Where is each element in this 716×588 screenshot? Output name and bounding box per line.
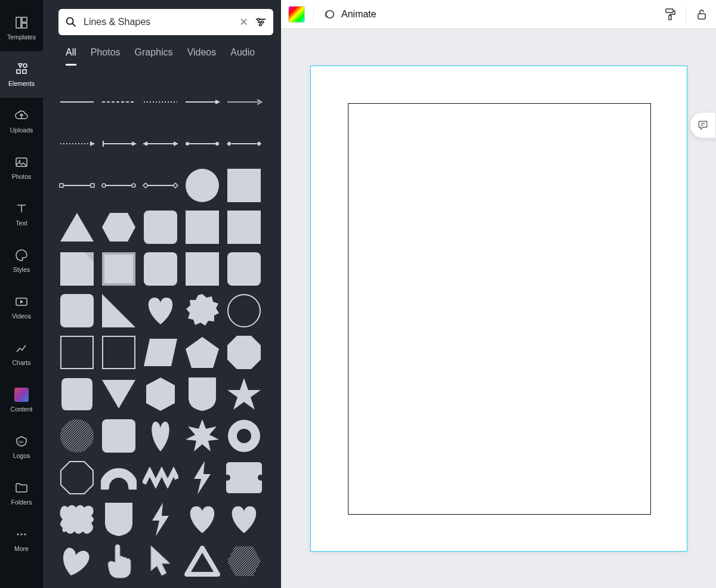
shape-rounded-square-4[interactable] [100,417,137,454]
nav-more[interactable]: More [0,516,43,563]
shape-seal[interactable] [184,292,221,329]
filter-icon[interactable] [254,16,267,29]
shape-zigzag[interactable] [142,459,179,496]
shape-right-triangle[interactable] [100,292,137,329]
shape-line-dotted[interactable] [142,83,179,120]
shape-triangle[interactable] [58,209,95,246]
shape-line-bar-arrow[interactable] [100,125,137,162]
shape-heart-2[interactable] [184,501,221,538]
shape-pentagon[interactable] [184,334,221,371]
svg-rect-47 [60,294,94,327]
shape-lightning-2[interactable] [142,501,179,538]
tab-all[interactable]: All [66,47,76,66]
nav-templates[interactable]: Templates [0,5,43,51]
lock-icon[interactable] [695,7,709,21]
shape-line-open-circle-ends[interactable] [100,167,137,204]
shapes-results[interactable] [43,66,281,588]
nav-uploads[interactable]: Uploads [0,98,43,144]
shape-blank[interactable] [184,584,221,588]
shape-heart-tilt[interactable] [58,543,95,580]
shape-line-dashed[interactable] [100,83,137,120]
shape-heart-3[interactable] [226,501,263,538]
shape-square[interactable] [226,167,263,204]
shape-heart-slim[interactable] [142,417,179,454]
paint-roller-icon[interactable] [663,7,677,21]
clear-search-icon[interactable]: ✕ [239,16,248,29]
shape-shield[interactable] [184,376,221,413]
shape-line-diamond-ends[interactable] [226,125,263,162]
rectangle-element[interactable] [348,103,651,515]
shape-blank[interactable] [142,584,179,588]
shape-square-outline[interactable] [58,334,95,371]
animate-button[interactable]: Animate [322,8,376,21]
top-toolbar: Animate [281,0,716,29]
svg-rect-40 [227,211,261,244]
shape-hatched-circle[interactable] [58,417,95,454]
tab-audio[interactable]: Audio [230,47,255,66]
tab-photos[interactable]: Photos [91,47,121,66]
shape-square-frame[interactable] [100,250,137,287]
shape-donut[interactable] [226,417,263,454]
shape-hand-pointer[interactable] [100,543,137,580]
shape-star-6[interactable] [184,417,221,454]
shape-circle-outline[interactable] [226,292,263,329]
shape-line-square-ends[interactable] [58,167,95,204]
shape-barrel[interactable] [58,376,95,413]
shape-shield-2[interactable] [100,501,137,538]
shape-hatched-hexagon[interactable] [226,543,263,580]
svg-point-25 [186,142,189,146]
svg-rect-1 [22,17,27,22]
comment-button[interactable] [690,112,716,138]
shape-circle[interactable] [184,167,221,204]
nav-logos[interactable]: co. Logos [0,423,43,470]
nav-photos[interactable]: Photos [0,144,43,191]
shape-square-folded[interactable] [58,250,95,287]
tab-videos[interactable]: Videos [187,47,217,66]
shape-line-open-diamond-ends[interactable] [142,167,179,204]
color-picker-button[interactable] [288,6,305,23]
shape-badge[interactable] [58,501,95,538]
shape-blank[interactable] [226,584,263,588]
shape-heart[interactable] [142,292,179,329]
shape-square-outline-2[interactable] [100,334,137,371]
shape-octagon-outline[interactable] [58,459,95,496]
shape-rounded-square-2[interactable] [142,250,179,287]
nav-videos[interactable]: Videos [0,284,43,330]
shape-parallelogram[interactable] [142,334,179,371]
shape-line-dotted-arrow[interactable] [58,125,95,162]
canvas-stage[interactable] [281,29,716,588]
search-input[interactable] [84,17,233,27]
shape-octagon[interactable] [226,334,263,371]
design-page[interactable] [310,66,687,552]
nav-text[interactable]: Text [0,191,43,237]
shape-square-3[interactable] [226,209,263,246]
shape-star-5[interactable] [226,376,263,413]
shape-triangle-down[interactable] [100,376,137,413]
comment-icon [697,119,709,131]
shape-line-double-arrow[interactable] [142,125,179,162]
shape-lightning-bolt[interactable] [184,459,221,496]
shape-ticket[interactable] [226,459,263,496]
shape-line-arrow-thin[interactable] [226,83,263,120]
nav-folders[interactable]: Folders [0,470,43,516]
shape-cursor-arrow[interactable] [142,543,179,580]
shape-rounded-square-3[interactable] [58,292,95,329]
shape-arc[interactable] [100,459,137,496]
shape-square-round-3[interactable] [226,250,263,287]
tab-graphics[interactable]: Graphics [135,47,173,66]
shape-line-solid[interactable] [58,83,95,120]
shape-square-4[interactable] [184,250,221,287]
nav-styles[interactable]: Styles [0,237,43,284]
nav-charts[interactable]: Charts [0,330,43,377]
nav-content[interactable]: Content [0,377,43,423]
shape-hexagon-h[interactable] [100,209,137,246]
shape-blank[interactable] [100,584,137,588]
shape-triangle-outline[interactable] [184,543,221,580]
shape-line-circle-ends[interactable] [184,125,221,162]
nav-elements[interactable]: Elements [0,51,43,98]
shape-rounded-square[interactable] [142,209,179,246]
shape-hexagon-v[interactable] [142,376,179,413]
shape-square-2[interactable] [184,209,221,246]
shape-blank[interactable] [58,584,95,588]
shape-line-arrow[interactable] [184,83,221,120]
